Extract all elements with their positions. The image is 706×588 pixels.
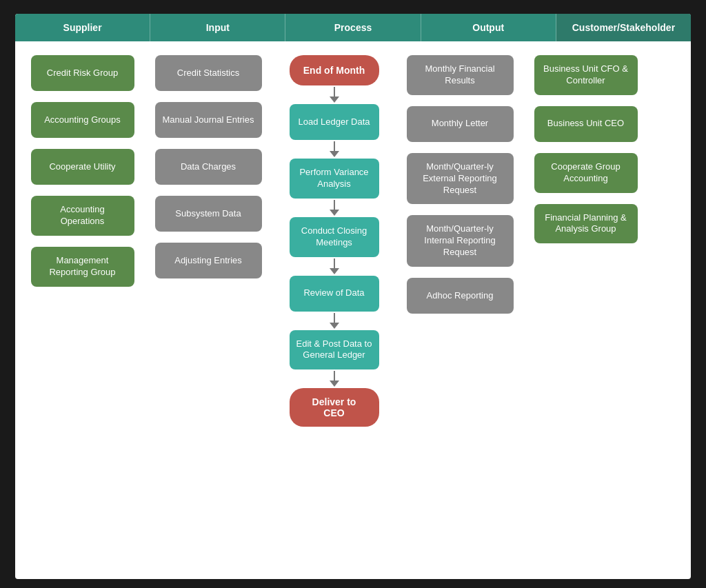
supplier-item: Cooperate Utility bbox=[31, 149, 134, 185]
output-item: Monthly Financial Results bbox=[407, 55, 514, 95]
supplier-item: Management Reporting Group bbox=[31, 247, 134, 287]
customer-item: Business Unit CEO bbox=[534, 106, 638, 142]
arrow-6 bbox=[330, 371, 339, 387]
input-item: Credit Statistics bbox=[155, 55, 262, 91]
process-end: Deliver to CEO bbox=[290, 388, 379, 427]
header-supplier: Supplier bbox=[15, 14, 150, 41]
process-step-5: Edit & Post Data to General Ledger bbox=[290, 330, 379, 370]
input-item: Subsystem Data bbox=[155, 196, 262, 232]
input-column: Credit Statistics Manual Journal Entries… bbox=[143, 55, 274, 278]
header-input: Input bbox=[150, 14, 285, 41]
process-step-2: Perform Variance Analysis bbox=[290, 159, 379, 199]
customer-item: Business Unit CFO & Controller bbox=[534, 55, 638, 95]
process-start: End of Month bbox=[290, 55, 379, 85]
process-flow: End of Month Load Ledger Data Perform Va… bbox=[290, 55, 379, 427]
arrow-5 bbox=[330, 313, 339, 329]
header-output: Output bbox=[421, 14, 556, 41]
arrow-3 bbox=[330, 200, 339, 216]
output-item: Monthly Letter bbox=[407, 106, 514, 142]
supplier-item: Accounting Operations bbox=[31, 196, 134, 236]
arrow-4 bbox=[330, 258, 339, 274]
arrow-1 bbox=[330, 87, 339, 103]
customer-column: Business Unit CFO & Controller Business … bbox=[525, 55, 646, 243]
process-column: End of Month Load Ledger Data Perform Va… bbox=[274, 55, 394, 427]
header-customer: Customer/Stakeholder bbox=[556, 14, 691, 41]
output-item: Month/Quarter-ly External Reporting Requ… bbox=[407, 153, 514, 205]
diagram-container: Supplier Input Process Output Customer/S… bbox=[15, 14, 691, 579]
process-step-4: Review of Data bbox=[290, 276, 379, 312]
output-column: Monthly Financial Results Monthly Letter… bbox=[394, 55, 525, 314]
output-item: Month/Quarter-ly Internal Reporting Requ… bbox=[407, 215, 514, 267]
supplier-item: Accounting Groups bbox=[31, 102, 134, 138]
output-item: Adhoc Reporting bbox=[407, 278, 514, 314]
process-step-1: Load Ledger Data bbox=[290, 104, 379, 140]
input-item: Adjusting Entries bbox=[155, 243, 262, 278]
customer-item: Cooperate Group Accounting bbox=[534, 153, 638, 193]
customer-item: Financial Planning & Analysis Group bbox=[534, 204, 638, 244]
arrow-2 bbox=[330, 141, 339, 157]
supplier-item: Credit Risk Group bbox=[31, 55, 134, 91]
input-item: Manual Journal Entries bbox=[155, 102, 262, 138]
content-area: Credit Risk Group Accounting Groups Coop… bbox=[15, 41, 691, 440]
supplier-column: Credit Risk Group Accounting Groups Coop… bbox=[22, 55, 143, 287]
header-row: Supplier Input Process Output Customer/S… bbox=[15, 14, 691, 41]
process-step-3: Conduct Closing Meetings bbox=[290, 217, 379, 257]
header-process: Process bbox=[285, 14, 421, 41]
input-item: Data Charges bbox=[155, 149, 262, 185]
